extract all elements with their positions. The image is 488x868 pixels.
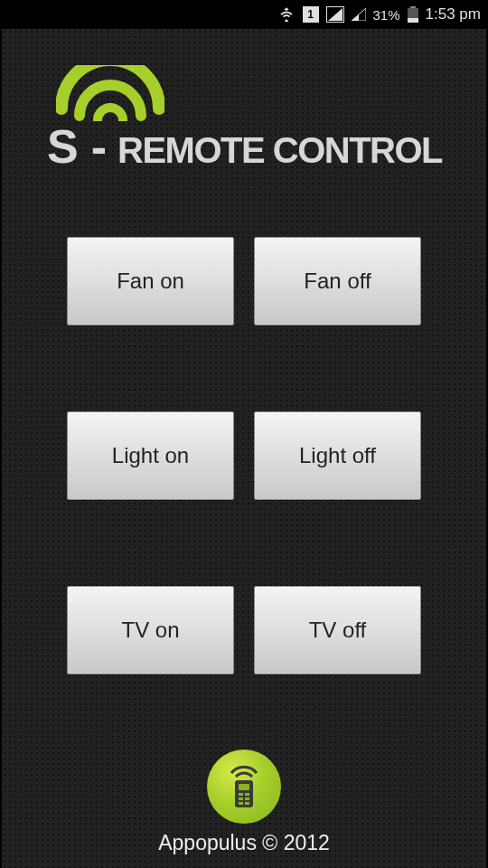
fan-on-button[interactable]: Fan on [67, 237, 234, 326]
svg-rect-8 [245, 797, 249, 800]
svg-rect-4 [239, 784, 249, 790]
control-grid: Fan on Fan off Light on Light off TV on … [2, 237, 486, 675]
app-surface: S - REMOTE CONTROL Fan on Fan off Light … [0, 29, 488, 868]
sim-1-icon: 1 [303, 6, 319, 23]
light-on-button[interactable]: Light on [67, 411, 234, 500]
svg-rect-7 [239, 797, 243, 800]
logo-dash: - [91, 119, 105, 174]
signal-1-icon [326, 6, 344, 23]
svg-rect-2 [408, 18, 418, 23]
logo-letter: S [47, 119, 79, 174]
app-logo: S - REMOTE CONTROL [2, 65, 486, 174]
fan-off-button[interactable]: Fan off [254, 237, 421, 326]
tv-off-button[interactable]: TV off [254, 586, 421, 675]
svg-rect-0 [410, 6, 416, 8]
footer: Appopulus © 2012 [2, 750, 486, 868]
signal-2-icon [352, 8, 366, 21]
footer-credit: Appopulus © 2012 [158, 831, 330, 855]
app-remote-icon[interactable] [207, 750, 281, 824]
svg-rect-9 [239, 802, 243, 805]
battery-icon [408, 6, 418, 23]
clock: 1:53 pm [426, 5, 481, 24]
svg-rect-10 [245, 802, 249, 805]
tv-on-button[interactable]: TV on [67, 586, 234, 675]
light-off-button[interactable]: Light off [254, 411, 421, 500]
svg-rect-5 [239, 793, 243, 796]
wifi-logo-icon [56, 65, 441, 125]
wifi-icon [277, 7, 296, 22]
logo-text: REMOTE CONTROL [117, 130, 442, 171]
svg-rect-6 [245, 793, 249, 796]
battery-percent: 31% [373, 7, 400, 23]
status-bar: 1 31% 1:53 pm [0, 0, 488, 29]
